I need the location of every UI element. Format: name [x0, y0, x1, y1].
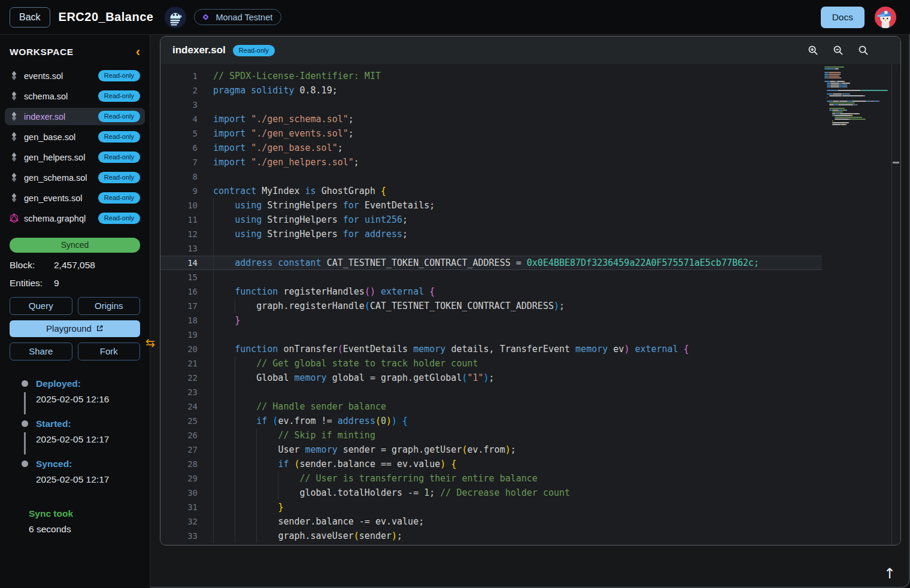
entities-stat: Entities: 9: [10, 278, 140, 289]
line-number: 23: [160, 385, 198, 399]
block-stat: Block: 2,457,058: [10, 260, 140, 271]
file-name: gen_schema.sol: [24, 173, 93, 183]
query-button[interactable]: Query: [10, 297, 72, 315]
code-line: 11 using StringHelpers for uint256;: [160, 213, 822, 227]
external-link-icon: [96, 325, 104, 332]
timeline-label: Deployed:: [36, 378, 140, 389]
file-name: gen_base.sol: [24, 132, 93, 142]
sidebar-resize-handle-icon[interactable]: ⇆: [145, 336, 155, 349]
code-line: 5import "./gen_events.sol";: [160, 126, 822, 141]
file-item-gen_base.sol[interactable]: gen_base.solRead-only: [5, 128, 145, 146]
file-name: events.sol: [24, 71, 93, 81]
readonly-badge: Read-only: [98, 213, 140, 224]
ghost-logo-icon: [164, 6, 187, 29]
monad-diamond-icon: [201, 12, 211, 22]
zoom-in-icon[interactable]: [808, 45, 819, 56]
line-number: 2: [160, 83, 198, 98]
code-line: 4import "./gen_schema.sol";: [160, 112, 822, 126]
minimap[interactable]: [824, 66, 890, 126]
line-number: 25: [160, 414, 198, 428]
code-line: 2pragma solidity 0.8.19;: [160, 83, 822, 98]
solidity-file-icon: [10, 71, 19, 81]
line-number: 19: [160, 328, 198, 342]
code-line: 17 graph.registerHandle(CAT_TESTNET_TOKE…: [160, 299, 822, 313]
back-button[interactable]: Back: [10, 7, 50, 28]
page-title: ERC20_Balance: [59, 10, 154, 24]
timeline-dot: [22, 420, 28, 427]
solidity-file-icon: [10, 111, 19, 122]
block-value: 2,457,058: [54, 260, 140, 271]
scroll-to-top-button[interactable]: ↑: [884, 565, 896, 582]
readonly-badge: Read-only: [98, 192, 140, 204]
line-number: 32: [160, 514, 198, 529]
code-line: 9contract MyIndex is GhostGraph {: [160, 184, 822, 198]
line-number: 28: [160, 457, 198, 471]
search-icon[interactable]: [858, 45, 869, 56]
sync-took-value: 6 seconds: [29, 524, 140, 535]
solidity-file-icon: [10, 132, 19, 142]
workspace-header: WORKSPACE: [10, 47, 74, 57]
line-number: 4: [160, 112, 198, 126]
file-item-schema.graphql[interactable]: schema.graphqlRead-only: [5, 210, 145, 227]
readonly-badge: Read-only: [98, 131, 140, 143]
file-item-gen_helpers.sol[interactable]: gen_helpers.solRead-only: [5, 148, 145, 166]
solidity-file-icon: [10, 193, 19, 203]
docs-button[interactable]: Docs: [821, 7, 864, 28]
line-number: 1: [160, 69, 198, 83]
file-name: schema.sol: [24, 92, 93, 101]
graphql-file-icon: [10, 213, 19, 223]
line-number: 31: [160, 500, 198, 514]
fork-button[interactable]: Fork: [78, 343, 141, 360]
share-button[interactable]: Share: [10, 343, 72, 360]
file-name: gen_helpers.sol: [24, 153, 93, 162]
code-line: 13: [160, 241, 822, 256]
file-name: indexer.sol: [24, 112, 93, 122]
code-line: 14 address constant CAT_TESTNET_TOKEN_CO…: [160, 256, 822, 270]
file-list: events.solRead-only schema.solRead-only …: [10, 67, 140, 227]
file-item-gen_schema.sol[interactable]: gen_schema.solRead-only: [5, 169, 145, 186]
line-number: 7: [160, 155, 198, 169]
timeline-event: Started: 2025-02-05 12:17: [36, 419, 140, 459]
readonly-badge: Read-only: [233, 45, 275, 56]
file-item-gen_events.sol[interactable]: gen_events.solRead-only: [5, 189, 145, 207]
synced-status-button[interactable]: Synced: [10, 238, 140, 253]
solidity-file-icon: [10, 91, 19, 101]
readonly-badge: Read-only: [98, 172, 140, 183]
collapse-sidebar-icon[interactable]: ‹: [136, 48, 140, 56]
readonly-badge: Read-only: [98, 151, 140, 163]
code-line: 30 global.totalHolders -= 1; // Decrease…: [160, 486, 822, 500]
file-item-indexer.sol[interactable]: indexer.solRead-only: [5, 108, 145, 125]
timeline-connector: [24, 432, 26, 454]
file-item-events.sol[interactable]: events.solRead-only: [5, 67, 145, 84]
code-line: 27 User memory sender = graph.getUser(ev…: [160, 442, 822, 457]
overview-ruler[interactable]: [891, 64, 900, 545]
line-number: 18: [160, 313, 198, 328]
network-label: Monad Testnet: [216, 13, 272, 22]
line-number: 11: [160, 213, 198, 227]
network-badge[interactable]: Monad Testnet: [194, 9, 281, 25]
user-avatar[interactable]: [874, 6, 897, 29]
timeline-event: Deployed: 2025-02-05 12:16: [36, 378, 140, 419]
line-number: 8: [160, 169, 198, 184]
origins-button[interactable]: Origins: [78, 297, 141, 315]
line-number: 6: [160, 141, 198, 155]
zoom-out-icon[interactable]: [833, 45, 844, 56]
block-label: Block:: [10, 260, 54, 271]
file-item-schema.sol[interactable]: schema.solRead-only: [5, 87, 145, 105]
editor-card: indexer.sol Read-only: [160, 36, 901, 545]
line-number: 14: [160, 256, 198, 270]
code-lines: 1// SPDX-License-Identifier: MIT2pragma …: [160, 64, 822, 543]
line-number: 10: [160, 198, 198, 213]
timeline-dot: [22, 380, 28, 387]
code-line: 20 function onTransfer(EventDetails memo…: [160, 342, 822, 356]
code-line: 1// SPDX-License-Identifier: MIT: [160, 69, 822, 83]
playground-button[interactable]: Playground: [10, 320, 140, 337]
line-number: 5: [160, 126, 198, 141]
code-editor[interactable]: 1// SPDX-License-Identifier: MIT2pragma …: [160, 64, 900, 545]
code-line: 8: [160, 169, 822, 184]
timeline-label: Started:: [36, 419, 140, 429]
timeline-label: Synced:: [36, 459, 140, 469]
code-line: 28 if (sender.balance == ev.value) {: [160, 457, 822, 471]
line-number: 22: [160, 371, 198, 385]
deploy-timeline: Deployed: 2025-02-05 12:16 Started: 2025…: [10, 378, 140, 499]
